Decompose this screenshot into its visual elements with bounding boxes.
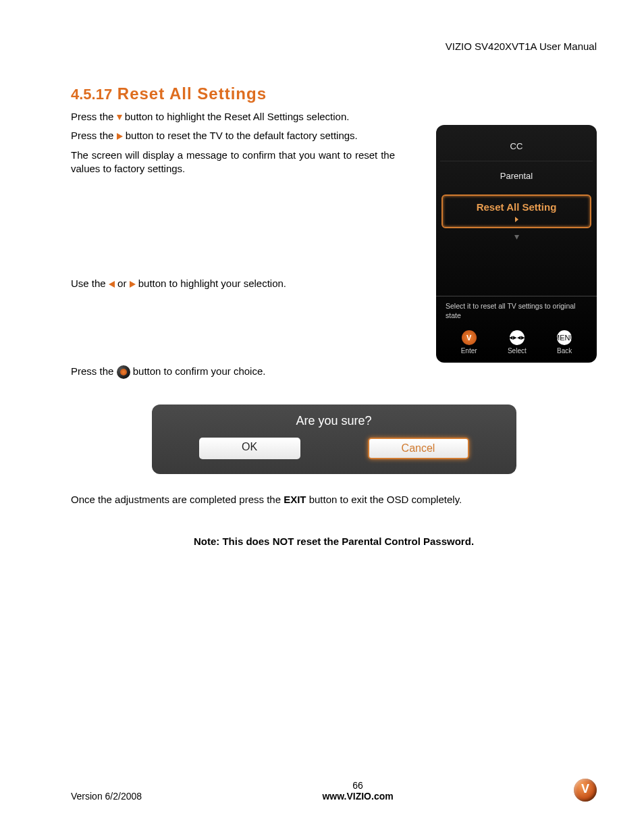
osd-help-text: Select it to reset all TV settings to or… [440, 296, 593, 327]
section-heading: 4.5.17 Reset All Settings [71, 84, 597, 103]
osd-item-cc: CC [440, 132, 593, 161]
vizio-button-icon [117, 365, 130, 379]
page-number: 66 [142, 780, 574, 791]
right-arrow-icon [117, 133, 123, 140]
vizio-logo-icon [574, 779, 597, 802]
confirmation-dialog: Are you sure? OK Cancel [152, 405, 516, 474]
manual-title: VIZIO SV420XVT1A User Manual [71, 41, 597, 52]
tv-osd-panel: CC Parental Reset All Setting ▾ Select i… [436, 125, 597, 362]
paragraph-5: Press the button to confirm your choice. [71, 365, 423, 379]
paragraph-4: Use the or button to highlight your sele… [71, 277, 423, 290]
section-title: Reset All Settings [117, 84, 267, 103]
right-arrow-icon [515, 217, 518, 222]
vizio-logo-icon: V [462, 330, 477, 345]
paragraph-3: The screen will display a message to con… [71, 149, 395, 176]
left-arrow-icon [109, 281, 115, 288]
nav-arrows-icon: ◂▸◂▸ [510, 330, 525, 345]
osd-item-parental: Parental [440, 161, 593, 190]
menu-button-icon: MENU [557, 330, 572, 345]
website-url: www.VIZIO.com [142, 791, 574, 802]
osd-hint-enter: V Enter [461, 330, 477, 355]
osd-item-reset-highlighted: Reset All Setting [441, 194, 591, 228]
version-text: Version 6/2/2008 [71, 791, 142, 802]
paragraph-1: Press the button to highlight the Reset … [71, 110, 597, 124]
scroll-handle-icon: ▾ [440, 231, 593, 242]
dialog-title: Are you sure? [165, 414, 503, 428]
osd-hint-back: MENU Back [557, 330, 572, 355]
osd-hint-select: ◂▸◂▸ Select [508, 330, 527, 355]
note-text: Note: This does NOT reset the Parental C… [71, 536, 597, 547]
paragraph-6: Once the adjustments are completed press… [71, 493, 597, 506]
right-arrow-icon [130, 281, 136, 288]
cancel-button[interactable]: Cancel [368, 438, 469, 459]
ok-button[interactable]: OK [199, 438, 300, 459]
page-footer: Version 6/2/2008 66 www.VIZIO.com [71, 779, 597, 802]
down-arrow-icon [117, 115, 122, 120]
paragraph-2: Press the button to reset the TV to the … [71, 129, 423, 142]
section-number: 4.5.17 [71, 86, 112, 103]
